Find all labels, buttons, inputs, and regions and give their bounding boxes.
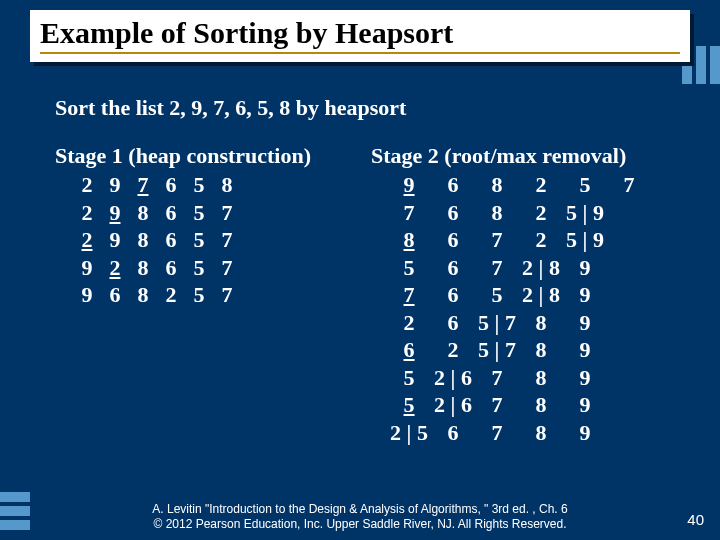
data-row: 298657 — [55, 199, 311, 227]
prompt-text: Sort the list 2, 9, 7, 6, 5, 8 by heapso… — [55, 95, 695, 121]
footer: A. Levitin "Introduction to the Design &… — [0, 502, 720, 532]
data-cell: 2 — [73, 226, 101, 254]
data-cell: 6 — [431, 226, 475, 254]
data-cell: 7 — [475, 254, 519, 282]
data-cell: 2 — [519, 171, 563, 199]
data-cell: 7 — [475, 226, 519, 254]
data-cell: 5 — [185, 226, 213, 254]
data-row: 968257 — [371, 171, 651, 199]
data-cell: 9 — [563, 419, 607, 447]
data-row: 52 | 6789 — [371, 364, 651, 392]
data-cell: 9 — [101, 226, 129, 254]
data-cell: 2 — [431, 336, 475, 364]
data-cell: 5 — [387, 254, 431, 282]
data-cell: 9 — [563, 254, 607, 282]
data-cell: 2 — [73, 199, 101, 227]
data-cell: 2 | 6 — [431, 391, 475, 419]
data-cell: 9 — [101, 199, 129, 227]
data-cell: 8 — [129, 226, 157, 254]
data-cell: 9 — [563, 364, 607, 392]
data-cell: 8 — [519, 309, 563, 337]
data-cell: 5 — [185, 199, 213, 227]
data-cell: 8 — [519, 364, 563, 392]
columns: Stage 1 (heap construction) 297658298657… — [55, 143, 695, 446]
title-underline — [40, 52, 680, 54]
footer-line-1: A. Levitin "Introduction to the Design &… — [0, 502, 720, 517]
data-row: 52 | 6789 — [371, 391, 651, 419]
data-cell: 6 — [431, 281, 475, 309]
stage1-rows: 297658298657298657928657968257 — [55, 171, 311, 309]
data-cell: 5 — [185, 171, 213, 199]
data-cell: 7 — [213, 226, 241, 254]
data-cell: 7 — [213, 199, 241, 227]
data-row: 7652 | 89 — [371, 281, 651, 309]
data-cell: 2 | 6 — [431, 364, 475, 392]
data-cell: 8 — [387, 226, 431, 254]
decoration-stripes-bottom — [0, 488, 30, 530]
data-cell: 5 | 9 — [563, 199, 607, 227]
data-cell: 5 | 9 — [563, 226, 607, 254]
data-cell: 6 — [431, 309, 475, 337]
data-cell: 2 — [157, 281, 185, 309]
data-cell: 5 | 7 — [475, 309, 519, 337]
data-cell: 5 — [387, 364, 431, 392]
data-row: 298657 — [55, 226, 311, 254]
stage1-column: Stage 1 (heap construction) 297658298657… — [55, 143, 311, 446]
data-cell: 5 | 7 — [475, 336, 519, 364]
data-cell: 8 — [519, 391, 563, 419]
data-cell: 2 — [101, 254, 129, 282]
data-cell: 6 — [431, 171, 475, 199]
data-cell: 6 — [431, 419, 475, 447]
data-cell: 7 — [213, 281, 241, 309]
data-row: 625 | 789 — [371, 336, 651, 364]
slide-title: Example of Sorting by Heapsort — [40, 16, 680, 50]
data-cell: 9 — [73, 281, 101, 309]
data-cell: 6 — [157, 171, 185, 199]
slide: Example of Sorting by Heapsort Sort the … — [0, 0, 720, 540]
data-cell: 5 — [185, 281, 213, 309]
data-cell: 6 — [157, 254, 185, 282]
data-row: 86725 | 9 — [371, 226, 651, 254]
data-cell: 6 — [387, 336, 431, 364]
data-cell: 5 — [563, 171, 607, 199]
data-row: 2 | 56789 — [371, 419, 651, 447]
data-cell: 8 — [129, 281, 157, 309]
data-cell: 7 — [475, 364, 519, 392]
data-row: 265 | 789 — [371, 309, 651, 337]
data-cell: 8 — [519, 336, 563, 364]
data-cell: 8 — [129, 199, 157, 227]
data-cell: 2 — [73, 171, 101, 199]
data-cell: 9 — [101, 171, 129, 199]
data-cell: 8 — [519, 419, 563, 447]
data-cell: 5 — [185, 254, 213, 282]
data-cell: 9 — [563, 336, 607, 364]
stage2-column: Stage 2 (root/max removal) 96825776825 |… — [359, 143, 651, 446]
data-cell: 7 — [475, 391, 519, 419]
data-row: 5672 | 89 — [371, 254, 651, 282]
data-cell: 8 — [129, 254, 157, 282]
data-cell: 9 — [563, 391, 607, 419]
data-row: 297658 — [55, 171, 311, 199]
data-cell: 9 — [563, 309, 607, 337]
data-cell: 2 — [519, 199, 563, 227]
data-cell: 2 | 8 — [519, 254, 563, 282]
footer-line-2: © 2012 Pearson Education, Inc. Upper Sad… — [0, 517, 720, 532]
data-row: 968257 — [55, 281, 311, 309]
data-row: 76825 | 9 — [371, 199, 651, 227]
data-cell: 9 — [563, 281, 607, 309]
data-cell: 9 — [387, 171, 431, 199]
data-cell: 7 — [129, 171, 157, 199]
data-cell: 2 | 5 — [387, 419, 431, 447]
data-cell: 7 — [475, 419, 519, 447]
data-cell: 2 — [387, 309, 431, 337]
data-row: 928657 — [55, 254, 311, 282]
data-cell: 5 — [387, 391, 431, 419]
stage2-heading: Stage 2 (root/max removal) — [371, 143, 651, 169]
data-cell: 6 — [157, 226, 185, 254]
data-cell: 2 | 8 — [519, 281, 563, 309]
data-cell: 6 — [157, 199, 185, 227]
data-cell: 8 — [475, 199, 519, 227]
data-cell: 7 — [607, 171, 651, 199]
data-cell: 7 — [387, 281, 431, 309]
title-box: Example of Sorting by Heapsort — [30, 10, 690, 62]
